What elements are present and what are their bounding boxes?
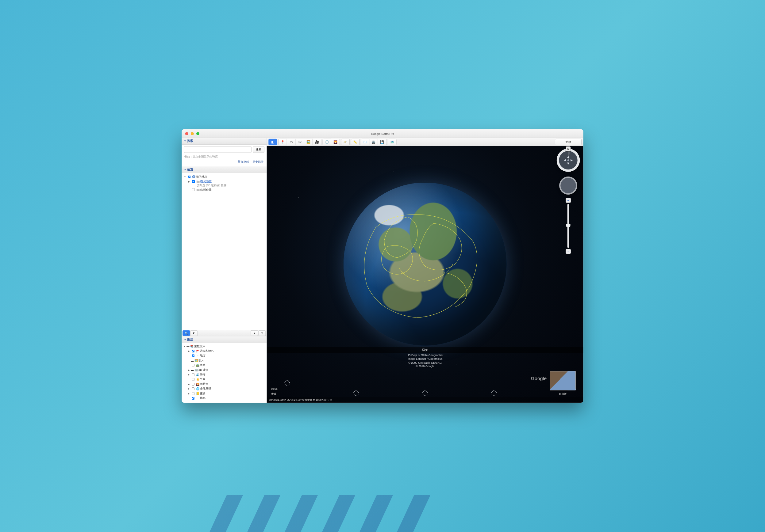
square-icon: ▫️: [196, 354, 200, 357]
google-logo: Google: [531, 376, 547, 381]
clip-thumbnail[interactable]: [550, 371, 576, 391]
layer-checkbox[interactable]: [192, 354, 195, 357]
layer-row[interactable]: ▶ 🚩 边界和地名: [187, 349, 265, 353]
search-input[interactable]: [184, 146, 252, 152]
save-image-button[interactable]: 💾: [378, 139, 386, 145]
clip-timestamp: 00:26: [271, 388, 278, 391]
chevron-down-icon[interactable]: ▼: [183, 345, 186, 348]
status-bar: 60°30'31.53"北 75°51'22.00"东 海拔高度 10097.2…: [267, 397, 583, 403]
look-dial[interactable]: N: [557, 148, 580, 172]
tour-clip[interactable]: [477, 390, 510, 396]
get-directions-link[interactable]: 获取路线: [238, 160, 249, 164]
places-move-up-button[interactable]: ▲: [251, 330, 258, 336]
layer-row[interactable]: ☀️ 气象: [187, 377, 265, 382]
close-window-button[interactable]: [185, 132, 188, 135]
desk-background: [183, 495, 736, 532]
view-in-maps-button[interactable]: 🗺️: [388, 139, 396, 145]
add-path-button[interactable]: 〰️: [296, 139, 304, 145]
print-button[interactable]: 🖨️: [369, 139, 378, 145]
chevron-down-icon: ▼: [184, 168, 187, 171]
zoom-in-button[interactable]: +: [566, 198, 571, 202]
zoom-slider[interactable]: + −: [566, 198, 571, 254]
main-toolbar: ◧ 📍 ⬭ 〰️ 🖼️ 🎥 🕘 🌄 🪐 📏: [267, 138, 583, 146]
loading-spinner-icon: [422, 390, 427, 396]
sightseeing-checkbox[interactable]: [192, 180, 195, 183]
layer-checkbox[interactable]: [192, 350, 195, 353]
search-button[interactable]: 搜索: [253, 146, 265, 152]
layer-row[interactable]: ▶ ▬ 🏢 3D 建筑: [187, 368, 265, 372]
layer-row[interactable]: ▫️ 地方: [187, 353, 265, 358]
layer-checkbox[interactable]: [192, 373, 195, 376]
terrain-icon: [196, 397, 200, 400]
historical-imagery-button[interactable]: 🕘: [323, 139, 331, 145]
layer-checkbox[interactable]: [192, 388, 195, 390]
places-move-down-button[interactable]: ▼: [258, 330, 266, 336]
country-borders-overlay: [344, 183, 507, 346]
zoom-thumb[interactable]: [566, 224, 570, 227]
sunlight-button[interactable]: 🌄: [331, 139, 340, 145]
sightseeing-link[interactable]: 觀光遊覽: [200, 179, 211, 183]
zoom-out-button[interactable]: −: [566, 249, 571, 254]
tour-clip[interactable]: 00:26 费城: [271, 380, 304, 396]
chevron-down-icon: ▼: [184, 338, 187, 341]
planets-button[interactable]: 🪐: [341, 139, 350, 145]
temp-places-checkbox[interactable]: [192, 188, 195, 191]
layer-row[interactable]: ▬ 🖼️ 照片: [187, 358, 265, 363]
toggle-sidebar-button[interactable]: ◧: [269, 139, 277, 145]
layer-checkbox[interactable]: [192, 364, 195, 367]
my-places-checkbox[interactable]: [188, 175, 191, 178]
chevron-right-icon[interactable]: ▶: [187, 383, 191, 385]
places-search-button[interactable]: 🔍: [183, 330, 190, 336]
maximize-window-button[interactable]: [196, 132, 199, 135]
layer-checkbox[interactable]: [192, 378, 195, 381]
layer-checkbox[interactable]: [192, 392, 195, 395]
search-panel-header[interactable]: ▼ 搜索: [182, 138, 267, 144]
add-polygon-button[interactable]: ⬭: [287, 139, 296, 145]
layers-panel-title: 图层: [187, 338, 193, 342]
search-panel-title: 搜索: [187, 139, 193, 143]
places-my-places-row[interactable]: ▼ 我的地点: [184, 174, 265, 179]
places-panel-header[interactable]: ▼ 位置: [182, 166, 267, 173]
sign-in-button[interactable]: 登录: [555, 139, 581, 145]
zoom-track[interactable]: [567, 204, 569, 248]
tour-clip[interactable]: [409, 390, 441, 396]
email-button[interactable]: ✉️: [361, 139, 369, 145]
titlebar: Google Earth Pro: [182, 129, 583, 138]
layer-checkbox[interactable]: [192, 383, 195, 385]
ruler-button[interactable]: 📏: [351, 139, 360, 145]
layer-label: 地形: [200, 396, 206, 400]
layers-root-row[interactable]: ▼ ▬ 📚 主数据库: [183, 344, 265, 349]
places-panel-toggle[interactable]: ◧: [191, 330, 198, 336]
chevron-down-icon[interactable]: ▼: [184, 175, 187, 178]
compass-north-badge[interactable]: N: [566, 146, 570, 151]
layers-tree: ▼ ▬ 📚 主数据库 ▶ 🚩 边界和地名 ▫️ 地方: [182, 343, 267, 403]
tour-clip[interactable]: [340, 390, 373, 396]
layers-panel-header[interactable]: ▼ 图层: [182, 337, 267, 343]
add-image-overlay-button[interactable]: 🖼️: [304, 139, 313, 145]
add-placemark-button[interactable]: 📍: [279, 139, 287, 145]
layer-checkbox[interactable]: [192, 397, 195, 399]
chevron-right-icon[interactable]: ▶: [187, 388, 191, 390]
chevron-right-icon[interactable]: ▶: [187, 350, 191, 352]
record-tour-button[interactable]: 🎥: [313, 139, 322, 145]
search-history-link[interactable]: 历史记录: [253, 160, 264, 164]
minimize-window-button[interactable]: [191, 132, 194, 135]
chevron-right-icon[interactable]: ▶: [187, 373, 191, 376]
chevron-right-icon[interactable]: ▶: [187, 369, 191, 371]
tour-clip[interactable]: 西班牙: [547, 371, 579, 396]
layer-row[interactable]: ▶ 📒 更多: [187, 391, 265, 396]
globe-viewport[interactable]: N + − 导览: [267, 146, 583, 403]
places-sightseeing-row[interactable]: ▶ 觀光遊覽: [188, 179, 265, 184]
note-icon: 📒: [196, 392, 200, 395]
tour-header[interactable]: 导览: [267, 347, 583, 353]
layer-row[interactable]: 🛣️ 道路: [187, 363, 265, 368]
layer-row[interactable]: 地形: [187, 396, 265, 400]
layer-row[interactable]: ▶ 🌐 全球意识: [187, 387, 265, 391]
chevron-right-icon[interactable]: ▶: [188, 180, 191, 183]
pan-dial[interactable]: [559, 176, 577, 195]
places-temp-row[interactable]: 临时位置: [188, 187, 265, 192]
layer-row[interactable]: ▶ 🌄 图片库: [187, 382, 265, 386]
earth-icon: [192, 175, 196, 178]
chevron-right-icon[interactable]: ▶: [187, 392, 191, 395]
layer-row[interactable]: ▶ 🌊 海洋: [187, 372, 265, 377]
